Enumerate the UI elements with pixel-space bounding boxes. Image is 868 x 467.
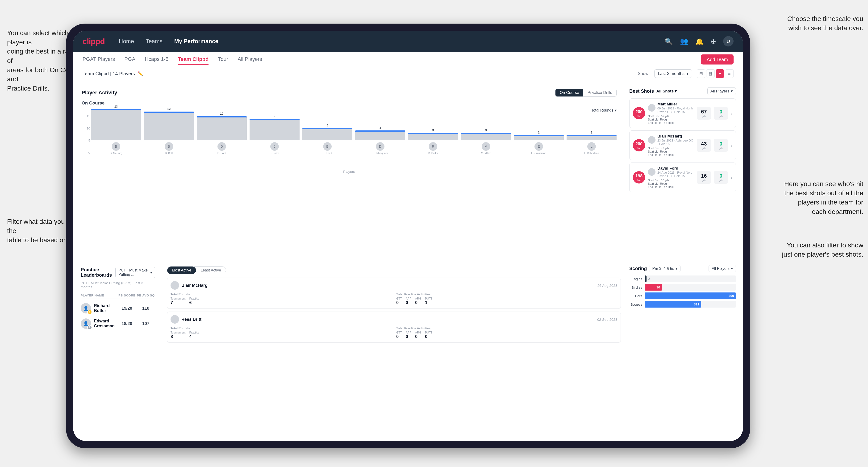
shot-badge: 198 SG xyxy=(633,171,645,184)
all-shots-tab[interactable]: All Shots ▾ xyxy=(656,88,677,95)
bar-label: D. Billingham xyxy=(355,152,405,154)
scoring-chart: Eagles 3 Birdies 96 Pars 499 Bogeys 311 xyxy=(629,276,736,434)
bar-label: E. Ebert xyxy=(302,152,352,154)
bar-avatar: E xyxy=(323,142,332,151)
bar-label: J. Coles xyxy=(250,152,300,154)
on-course-toggle[interactable]: On Course xyxy=(555,89,583,96)
bar[interactable] xyxy=(144,112,194,140)
bar-value: 4 xyxy=(379,126,381,129)
card-view-button[interactable]: ▦ xyxy=(706,69,715,78)
shot-card[interactable]: 200 SG Blair McHarg 23 Jul 2023 · Ashrid… xyxy=(629,130,736,160)
bar[interactable] xyxy=(408,133,458,140)
chart-dropdown[interactable]: Total Rounds ▾ xyxy=(591,108,617,113)
bar-group: 2LL. Robertson xyxy=(566,131,617,154)
bar-group: 13BB. McHarg xyxy=(91,105,141,154)
pl-row[interactable]: 👤 2 Edward Crossman 18/20 107 xyxy=(81,316,155,331)
user-avatar[interactable]: U xyxy=(723,36,734,46)
active-date: 02 Sep 2023 xyxy=(597,317,617,321)
active-player-avatar xyxy=(170,281,179,290)
par-filter-dropdown[interactable]: Par 3, 4 & 5s ▾ xyxy=(649,265,680,272)
nav-link-my-performance[interactable]: My Performance xyxy=(174,38,218,44)
bar[interactable] xyxy=(302,128,352,140)
scoring-bar-wrap: 96 xyxy=(645,284,736,290)
show-dropdown[interactable]: Last 3 months ▾ xyxy=(654,69,692,78)
grid-view-button[interactable]: ⊞ xyxy=(697,69,705,78)
tab-pga[interactable]: PGA xyxy=(124,54,135,65)
bar[interactable] xyxy=(461,133,511,140)
total-rounds-label: Total Rounds xyxy=(170,326,392,330)
scoring-panel: Scoring Par 3, 4 & 5s ▾ All Players ▾ Ea… xyxy=(625,261,740,438)
pl-player-name: Edward Crossman xyxy=(94,319,118,329)
plus-circle-icon[interactable]: ⊕ xyxy=(711,37,716,45)
bar[interactable] xyxy=(355,130,405,140)
chevron-down-icon-shots: ▾ xyxy=(675,89,677,94)
active-player-card[interactable]: Rees Britt 02 Sep 2023 Total Rounds Tour… xyxy=(167,312,621,343)
practice-drills-toggle[interactable]: Practice Drills xyxy=(583,89,616,96)
pl-row[interactable]: 👤 1 Richard Butler 19/20 110 xyxy=(81,301,155,316)
bar-value: 10 xyxy=(220,112,223,115)
pl-score: 18/20 xyxy=(118,321,136,326)
bar[interactable] xyxy=(197,116,247,140)
shot-stat-end: 0 yds xyxy=(714,171,728,184)
bell-icon[interactable]: 🔔 xyxy=(695,37,704,45)
tab-team-clippd[interactable]: Team Clippd xyxy=(178,54,209,65)
scoring-title: Scoring xyxy=(629,266,647,271)
chevron-right-icon: › xyxy=(731,143,733,148)
view-icons: ⊞ ▦ ♥ ≡ xyxy=(697,69,734,78)
player-activity-title: Player Activity xyxy=(82,90,117,96)
tab-tour[interactable]: Tour xyxy=(218,54,228,65)
tab-hcaps[interactable]: Hcaps 1-5 xyxy=(145,54,168,65)
y-label-5: 5 xyxy=(82,139,90,142)
nav-link-teams[interactable]: Teams xyxy=(146,38,162,44)
bar[interactable] xyxy=(566,135,617,140)
users-icon[interactable]: 👥 xyxy=(680,37,688,45)
shot-badge: 200 SG xyxy=(633,107,645,119)
shot-card[interactable]: 198 SG David Ford 24 Aug 2023 · Royal No… xyxy=(629,162,736,192)
shot-cards-list: 200 SG Matt Miller 09 Jun 2023 · Royal N… xyxy=(629,98,736,195)
active-player-header: Blair McHarg 26 Aug 2023 xyxy=(170,281,617,290)
bar[interactable] xyxy=(250,119,300,140)
pl-rank-badge: 1 xyxy=(87,310,92,314)
shot-player-avatar xyxy=(648,136,655,144)
best-shots-player-filter[interactable]: All Players ▾ xyxy=(707,87,736,95)
app-col: APP 0 xyxy=(406,297,411,305)
total-practice-group: Total Practice Activities GTT 0 APP 0 AR… xyxy=(396,292,617,305)
shot-card[interactable]: 200 SG Matt Miller 09 Jun 2023 · Royal N… xyxy=(629,98,736,128)
heart-view-button[interactable]: ♥ xyxy=(716,69,724,78)
total-practice-group: Total Practice Activities GTT 0 APP 0 AR… xyxy=(396,326,617,339)
scoring-players-filter[interactable]: All Players ▾ xyxy=(709,265,736,272)
best-shots-title: Best Shots xyxy=(629,88,654,94)
nav-link-home[interactable]: Home xyxy=(119,38,134,44)
edit-icon[interactable]: ✏️ xyxy=(138,71,143,76)
search-icon[interactable]: 🔍 xyxy=(665,37,673,45)
bar-label: E. Crossman xyxy=(514,152,564,154)
show-label: Show: xyxy=(638,71,650,76)
least-active-btn[interactable]: Least Active xyxy=(196,267,226,274)
bar[interactable] xyxy=(514,135,564,140)
scoring-bar-wrap: 311 xyxy=(645,301,736,308)
bar-value: 9 xyxy=(274,114,275,118)
total-rounds-group: Total Rounds Tournament 8 Practice 4 xyxy=(170,326,392,339)
col-pb-avg: PB Avg SQ xyxy=(136,294,155,297)
most-active-btn[interactable]: Most Active xyxy=(167,267,196,274)
tab-all-players[interactable]: All Players xyxy=(238,54,262,65)
pl-dropdown[interactable]: PUTT Must Make Putting ... ▾ xyxy=(115,267,155,278)
tab-pgat-players[interactable]: PGAT Players xyxy=(83,54,115,65)
pl-avg: 110 xyxy=(136,306,155,311)
active-toggle-group: Most Active Least Active xyxy=(167,266,226,274)
bar-group: 9JJ. Coles xyxy=(250,114,300,154)
total-rounds-label: Total Rounds xyxy=(170,292,392,296)
add-team-button[interactable]: Add Team xyxy=(701,55,734,65)
active-player-card[interactable]: Blair McHarg 26 Aug 2023 Total Rounds To… xyxy=(167,278,621,309)
bar-avatar: D xyxy=(376,142,384,151)
most-active-panel: Most Active Least Active Blair McHarg 26… xyxy=(163,262,625,438)
scoring-row: Birdies 96 xyxy=(629,284,736,290)
bar-label: L. Robertson xyxy=(566,152,617,154)
bar[interactable] xyxy=(91,109,141,140)
scoring-row: Bogeys 311 xyxy=(629,301,736,308)
bar-avatar: D xyxy=(217,142,226,151)
y-label-10: 10 xyxy=(82,127,90,130)
list-view-button[interactable]: ≡ xyxy=(725,69,734,78)
scoring-row-label: Eagles xyxy=(629,277,642,281)
shot-player-row: Matt Miller 09 Jun 2023 · Royal North De… xyxy=(648,102,694,114)
